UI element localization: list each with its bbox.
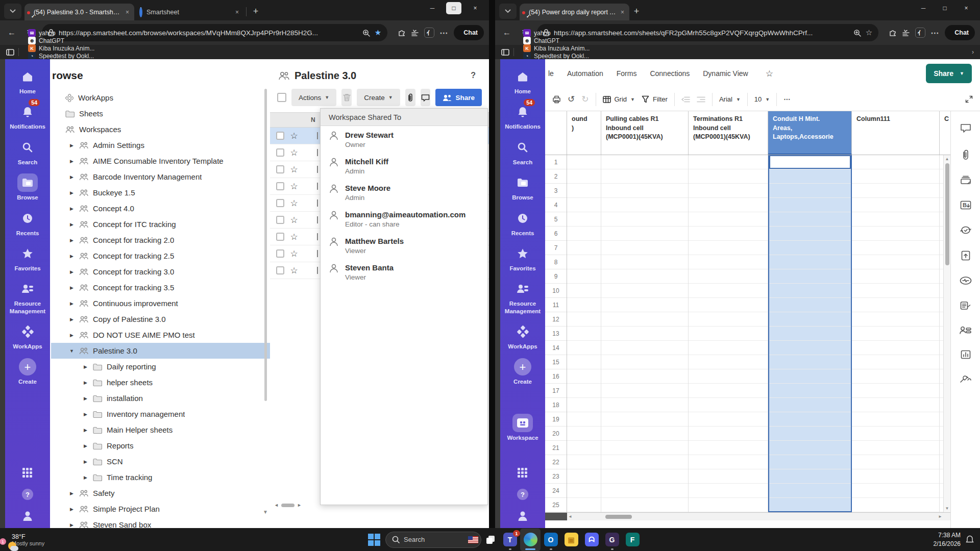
sidebar-item-favorites[interactable]: Favorites (6, 244, 50, 272)
taskbar-app-goodnotes[interactable]: G (602, 529, 622, 551)
sidebar-item-browse[interactable]: Browse (6, 173, 50, 201)
bookmark-kiba[interactable]: KKiba Inuzuka Anim... (523, 44, 590, 52)
grid-cell[interactable] (601, 155, 688, 169)
expand-icon[interactable]: ▶ (69, 254, 75, 259)
grid-cell[interactable] (601, 498, 688, 512)
extension-icon[interactable]: 亻 (915, 28, 925, 38)
sidebar-item-resource-management[interactable]: Resource Management (6, 280, 50, 315)
grid-cell[interactable] (852, 198, 939, 212)
sidebar-item-home[interactable]: Home (6, 67, 50, 95)
expand-icon[interactable]: ▶ (69, 507, 75, 512)
indent-icon[interactable] (697, 96, 705, 103)
grid-cell[interactable] (567, 455, 601, 469)
row-number[interactable]: 11 (545, 298, 567, 312)
summary-icon[interactable] (961, 350, 971, 359)
grid-cell[interactable] (769, 384, 851, 398)
minimize-button[interactable]: ─ (913, 0, 934, 16)
grid-cell[interactable] (601, 398, 688, 412)
expand-icon[interactable]: ▶ (83, 396, 88, 401)
widgets-icon[interactable] (486, 535, 495, 544)
grid-cell[interactable] (601, 255, 688, 269)
grid-cell[interactable] (769, 284, 851, 298)
grid-cell[interactable] (689, 312, 768, 327)
grid-cell[interactable] (852, 441, 939, 455)
actions-button[interactable]: Actions▼ (291, 89, 336, 106)
grid-cell[interactable] (689, 441, 768, 455)
favorites-icon[interactable] (411, 29, 419, 36)
grid-cell[interactable] (852, 355, 939, 369)
expand-icon[interactable]: ▶ (83, 475, 88, 480)
grid-cell[interactable] (852, 327, 939, 341)
column-header[interactable]: Conduit H Mint. Areas, Laptops,Accessori… (768, 111, 852, 155)
tree-item-daily-reporting[interactable]: ▶Daily reporting (51, 359, 270, 374)
tree-item-simple-project-plan[interactable]: ▶Simple Project Plan (51, 501, 270, 517)
tree-item-buckeye-1-5[interactable]: ▶Buckeye 1.5 (51, 185, 270, 201)
row-number[interactable]: 13 (545, 327, 567, 341)
grid-cell[interactable] (567, 169, 601, 184)
grid-cell[interactable] (689, 227, 768, 241)
tree-item-concept-for-tracking-3-5[interactable]: ▶Concept for tracking 3.5 (51, 280, 270, 295)
grid-cell[interactable] (567, 227, 601, 241)
taskbar-app-forms[interactable]: F (622, 529, 643, 551)
grid-cell[interactable] (852, 227, 939, 241)
grid-cell[interactable] (689, 169, 768, 184)
expand-icon[interactable]: ▶ (69, 238, 75, 243)
back-button[interactable]: ← (500, 26, 513, 39)
grid-cell[interactable] (852, 469, 939, 484)
expand-icon[interactable]: ▶ (69, 206, 75, 211)
expand-icon[interactable]: ▶ (69, 333, 75, 338)
expand-icon[interactable]: ▶ (69, 190, 75, 195)
account-icon[interactable] (22, 511, 33, 521)
maximize-button[interactable]: □ (934, 0, 955, 16)
row-number[interactable]: 8 (545, 255, 567, 269)
grid-cell[interactable] (601, 341, 688, 355)
grid-cell[interactable] (852, 284, 939, 298)
row-checkbox[interactable] (276, 233, 284, 241)
bookmark-star-icon[interactable]: ★ (375, 28, 381, 37)
grid-cell[interactable] (567, 255, 601, 269)
connections-icon[interactable] (960, 375, 972, 383)
row-number[interactable]: 10 (545, 284, 567, 298)
weather-widget[interactable]: 1 38°F Mostly sunny (0, 533, 52, 546)
grid-cell[interactable] (769, 441, 851, 455)
font-select[interactable]: Arial▼ (719, 95, 741, 103)
grid-cell[interactable] (689, 498, 768, 512)
zoom-icon[interactable] (362, 29, 370, 37)
new-tab-button[interactable]: + (249, 4, 263, 18)
grid-cell[interactable] (769, 341, 851, 355)
bookmark-star-icon[interactable]: ☆ (866, 28, 872, 37)
grid-cell[interactable] (769, 327, 851, 341)
row-number[interactable]: 16 (545, 369, 567, 384)
grid-cell[interactable] (689, 184, 768, 198)
row-checkbox[interactable] (276, 132, 284, 140)
tree-item-safety[interactable]: ▶Safety (51, 485, 270, 501)
row-number[interactable]: 24 (545, 484, 567, 498)
grid-cell[interactable] (689, 384, 768, 398)
grid-cell[interactable] (769, 155, 851, 169)
expand-icon[interactable]: ▶ (69, 522, 75, 528)
grid-cell[interactable] (601, 441, 688, 455)
favorite-star-icon[interactable]: ☆ (284, 131, 304, 141)
grid-cell[interactable] (601, 284, 688, 298)
grid-cell[interactable] (852, 241, 939, 255)
attach-button[interactable] (405, 89, 415, 106)
grid-cell[interactable] (769, 498, 851, 512)
row-checkbox[interactable] (276, 165, 284, 173)
menu-item-connections[interactable]: Connections (650, 69, 690, 78)
scroll-thumb[interactable] (945, 163, 949, 265)
grid-cell[interactable] (852, 398, 939, 412)
grid-cell[interactable] (689, 484, 768, 498)
grid-cell[interactable] (852, 498, 939, 512)
taskbar-clock[interactable]: 7:38 AM 2/16/2026 (934, 531, 961, 548)
horizontal-scrollbar[interactable]: ◄► (545, 512, 950, 520)
grid-cell[interactable] (601, 184, 688, 198)
expand-icon[interactable]: ▶ (69, 269, 75, 274)
row-number[interactable]: 2 (545, 169, 567, 184)
sidebar-item-recents[interactable]: Recents (501, 209, 545, 237)
taskbar-app-edge[interactable] (520, 529, 541, 551)
shared-user-row[interactable]: bmanning@aimeautomation.comEditor - can … (321, 206, 487, 232)
attachments-icon[interactable] (961, 149, 970, 160)
grid-cell[interactable] (852, 212, 939, 227)
grid-cell[interactable] (601, 384, 688, 398)
grid-cell[interactable] (769, 369, 851, 384)
